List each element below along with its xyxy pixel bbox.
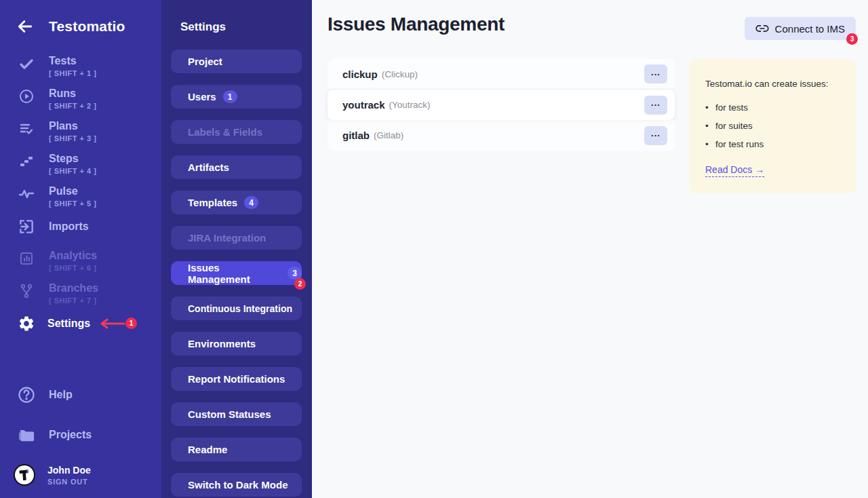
shortcut-hint: [ SHIFT + 2 ] xyxy=(49,102,96,110)
sidebar-item-imports[interactable]: Imports xyxy=(0,217,161,235)
back-arrow-icon[interactable] xyxy=(15,16,35,37)
connect-to-ims-label: Connect to IMS xyxy=(775,23,845,35)
stairs-icon xyxy=(18,153,35,170)
annotation-arrow-1: 1 xyxy=(97,318,137,330)
settings-item-readme[interactable]: Readme xyxy=(171,438,302,461)
settings-item-label: Project xyxy=(188,56,222,67)
gear-icon xyxy=(18,315,35,332)
settings-item-label: Templates xyxy=(188,197,237,208)
settings-item-artifacts[interactable]: Artifacts xyxy=(171,155,302,179)
sidebar-item-label: Settings xyxy=(47,317,90,330)
info-bullet: for test runs xyxy=(705,139,840,149)
shortcut-hint: [ SHIFT + 1 ] xyxy=(49,69,96,77)
settings-item-environments[interactable]: Environments xyxy=(171,332,302,356)
settings-item-label: JIRA Integration xyxy=(188,232,266,244)
import-box-icon xyxy=(18,218,35,235)
settings-item-jira-integration[interactable]: JIRA Integration xyxy=(171,226,302,250)
settings-item-label: Readme xyxy=(188,444,227,455)
settings-item-label: Artifacts xyxy=(188,161,229,173)
play-circle-icon xyxy=(18,88,35,105)
page-title: Issues Management xyxy=(328,14,505,35)
app-logo-title[interactable]: Testomatio xyxy=(49,18,125,35)
help-circle-icon xyxy=(16,385,37,405)
sidebar-item-settings[interactable]: Settings 1 xyxy=(0,314,161,332)
primary-nav: Tests [ SHIFT + 1 ] Runs [ SHIFT + 2 ] xyxy=(0,54,161,384)
content-row: clickup (Clickup) ... youtrack (Youtrack… xyxy=(328,59,856,193)
avatar[interactable] xyxy=(14,464,35,486)
annotation-step-badge: 3 xyxy=(846,33,858,45)
sidebar-item-label: Steps xyxy=(49,152,96,166)
settings-item-label: Continuous Integration xyxy=(188,303,292,314)
sidebar-bottom-group: Help Projects John Doe SIGN OUT xyxy=(0,384,161,486)
folder-icon xyxy=(16,425,37,445)
issue-name: gitlab xyxy=(342,130,370,141)
sidebar-item-label: Pulse xyxy=(49,185,96,198)
sidebar-item-label: Tests xyxy=(49,54,96,68)
issue-type: (Clickup) xyxy=(382,69,418,79)
sidebar-item-tests[interactable]: Tests [ SHIFT + 1 ] xyxy=(0,54,161,77)
shortcut-hint: [ SHIFT + 5 ] xyxy=(49,199,96,208)
sidebar-item-projects[interactable]: Projects xyxy=(0,424,161,445)
shortcut-hint: [ SHIFT + 4 ] xyxy=(49,167,96,175)
user-row: John Doe SIGN OUT xyxy=(0,464,161,486)
settings-item-issues-management[interactable]: Issues Management 3 2 xyxy=(171,261,302,285)
sidebar-item-label: Plans xyxy=(49,119,96,133)
settings-item-dark-mode-toggle[interactable]: Switch to Dark Mode xyxy=(171,473,302,497)
info-box: Testomat.io can create issues: for tests… xyxy=(689,59,856,193)
settings-item-users[interactable]: Users 1 xyxy=(171,85,302,109)
issue-type: (Youtrack) xyxy=(389,100,431,110)
info-box-title: Testomat.io can create issues: xyxy=(705,79,840,89)
main-header: Issues Management Connect to IMS 3 xyxy=(328,14,856,40)
settings-item-project[interactable]: Project xyxy=(171,50,302,73)
sidebar-item-runs[interactable]: Runs [ SHIFT + 2 ] xyxy=(0,87,161,110)
sidebar-item-label: Help xyxy=(49,388,73,402)
sidebar-item-help[interactable]: Help xyxy=(0,384,161,405)
count-badge: 4 xyxy=(244,196,258,209)
sidebar-item-label: Projects xyxy=(49,428,92,442)
settings-item-label: Report Notifications xyxy=(188,373,285,385)
check-icon xyxy=(18,55,35,73)
info-bullet: for tests xyxy=(705,102,840,113)
sidebar-item-plans[interactable]: Plans [ SHIFT + 3 ] xyxy=(0,119,161,142)
settings-item-labels-fields[interactable]: Labels & Fields xyxy=(171,120,302,144)
sidebar-item-label: Runs xyxy=(49,87,96,100)
row-actions-menu-button[interactable]: ... xyxy=(644,96,667,115)
issue-row-clickup: clickup (Clickup) ... xyxy=(328,59,675,90)
sidebar-item-label: Imports xyxy=(49,220,89,233)
sidebar-item-label: Branches xyxy=(49,282,98,295)
sidebar-item-branches[interactable]: Branches [ SHIFT + 7 ] xyxy=(0,282,161,305)
annotation-step-badge: 1 xyxy=(125,318,137,329)
sidebar-item-label: Analytics xyxy=(49,249,97,263)
issue-name: youtrack xyxy=(342,99,385,111)
settings-item-continuous-integration[interactable]: Continuous Integration xyxy=(171,296,302,320)
info-bullet: for suites xyxy=(705,121,840,131)
issue-row-gitlab: gitlab (Gitlab) ... xyxy=(328,120,675,151)
sidebar-item-steps[interactable]: Steps [ SHIFT + 4 ] xyxy=(0,152,161,175)
settings-item-label: Labels & Fields xyxy=(188,126,262,138)
row-actions-menu-button[interactable]: ... xyxy=(644,126,667,145)
settings-item-custom-statuses[interactable]: Custom Statuses xyxy=(171,402,302,426)
count-badge: 1 xyxy=(223,90,237,103)
settings-item-label: Users xyxy=(188,91,216,102)
settings-item-label: Environments xyxy=(188,338,256,349)
app-window: Testomatio Tests [ SHIFT + 1 ] Runs [ SH… xyxy=(0,0,868,498)
link-icon xyxy=(755,22,769,35)
settings-item-report-notifications[interactable]: Report Notifications xyxy=(171,367,302,391)
info-bullet-list: for tests for suites for test runs xyxy=(705,102,840,149)
issues-list: clickup (Clickup) ... youtrack (Youtrack… xyxy=(328,59,675,151)
settings-sidebar: Settings Project Users 1 Labels & Fields… xyxy=(161,0,312,498)
settings-item-templates[interactable]: Templates 4 xyxy=(171,191,302,214)
shortcut-hint: [ SHIFT + 6 ] xyxy=(49,264,97,272)
main-content: Issues Management Connect to IMS 3 click… xyxy=(312,0,868,498)
issue-type: (Gitlab) xyxy=(374,130,403,140)
shortcut-hint: [ SHIFT + 7 ] xyxy=(49,296,98,305)
read-docs-link[interactable]: Read Docs → xyxy=(705,164,764,177)
row-actions-menu-button[interactable]: ... xyxy=(644,64,667,83)
list-check-icon xyxy=(18,120,35,138)
sign-out-link[interactable]: SIGN OUT xyxy=(47,478,91,486)
sidebar-item-pulse[interactable]: Pulse [ SHIFT + 5 ] xyxy=(0,185,161,208)
logo-row: Testomatio xyxy=(0,16,161,37)
sidebar-item-analytics[interactable]: Analytics [ SHIFT + 6 ] xyxy=(0,249,161,272)
connect-to-ims-button[interactable]: Connect to IMS 3 xyxy=(745,17,856,40)
shortcut-hint: [ SHIFT + 3 ] xyxy=(49,134,96,142)
